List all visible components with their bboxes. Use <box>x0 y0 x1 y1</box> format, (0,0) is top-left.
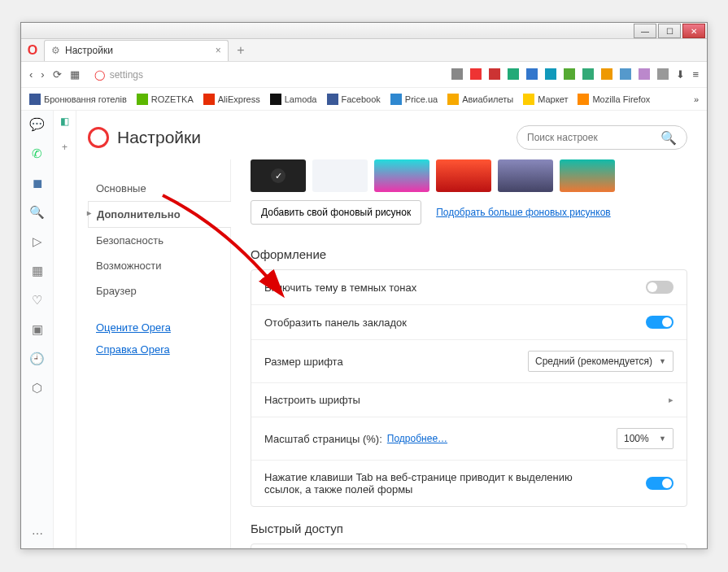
news-icon[interactable]: ▣ <box>32 322 43 337</box>
bookmark-item[interactable]: Lamoda <box>270 94 317 105</box>
extension-icon[interactable] <box>470 68 482 80</box>
appearance-card: Включить тему в темных тонах Отобразить … <box>251 269 687 507</box>
show-bookmarks-row: Отобразить панель закладок <box>251 305 687 340</box>
show-bookmarks-toggle[interactable] <box>646 316 674 329</box>
wallpaper-thumb[interactable] <box>251 159 306 192</box>
wallpaper-thumb[interactable] <box>498 159 553 192</box>
font-size-row: Размер шрифта Средний (рекомендуется) ▼ <box>251 340 687 383</box>
extension-icon[interactable] <box>601 68 612 80</box>
vk-icon[interactable]: ◼ <box>33 176 42 190</box>
history-icon[interactable]: 🕘 <box>29 351 45 366</box>
whatsapp-icon[interactable]: ✆ <box>32 146 42 161</box>
new-tab-button[interactable]: + <box>232 41 250 59</box>
left-sidebar-rail: 💬 ✆ ◼ 🔍 ▷ ▦ ♡ ▣ 🕘 ⬡ ⋯ <box>21 111 54 548</box>
search-input[interactable] <box>527 132 660 143</box>
bookmark-item[interactable]: ROZETKA <box>137 94 194 105</box>
tab-highlight-row: Нажатие клавиши Tab на веб-странице прив… <box>251 461 687 506</box>
heart-icon[interactable]: ♡ <box>32 293 42 308</box>
bookmark-item[interactable]: Маркет <box>523 94 568 105</box>
browser-window: — ☐ ✕ O ⚙ Настройки × + ‹ › ⟳ ▦ ◯ settin… <box>20 22 708 549</box>
bookmark-item[interactable]: Бронювання готелів <box>29 94 127 105</box>
extension-icon[interactable] <box>526 68 538 80</box>
bookmark-item[interactable]: Price.ua <box>390 94 438 105</box>
reload-icon[interactable]: ⟳ <box>53 68 62 81</box>
forward-icon[interactable]: › <box>41 68 44 81</box>
settings-search[interactable]: 🔍 <box>517 125 687 150</box>
settings-content: Добавить свой фоновый рисунок Подобрать … <box>231 159 707 548</box>
settings-header: Настройки 🔍 <box>76 111 707 159</box>
tab-strip: O ⚙ Настройки × + <box>21 39 707 62</box>
add-wallpaper-button[interactable]: Добавить свой фоновый рисунок <box>251 200 421 225</box>
tab-side-rail: ◧ + <box>54 111 76 548</box>
font-size-select[interactable]: Средний (рекомендуется) ▼ <box>528 351 674 372</box>
appearance-heading: Оформление <box>251 247 687 261</box>
help-opera-link[interactable]: Справка Opera <box>88 338 230 360</box>
nav-advanced[interactable]: Дополнительно <box>88 201 231 228</box>
bookmark-item[interactable]: Facebook <box>327 94 381 105</box>
wallpaper-thumb[interactable] <box>436 159 491 192</box>
rate-opera-link[interactable]: Оцените Opera <box>88 317 230 338</box>
url-text: settings <box>110 69 143 81</box>
zoom-more-link[interactable]: Подробнее… <box>387 433 447 444</box>
settings-nav: Основные Дополнительно Безопасность Возм… <box>76 159 231 548</box>
extension-icon[interactable] <box>564 68 575 80</box>
minimize-button[interactable]: — <box>634 24 656 38</box>
close-button[interactable]: ✕ <box>682 24 705 38</box>
manage-speeddial-row[interactable]: Управлять быстрым доступом ▸ <box>251 544 687 548</box>
window-titlebar: — ☐ ✕ <box>21 23 707 39</box>
opera-logo-icon <box>88 127 109 148</box>
extensions-icon[interactable]: ⬡ <box>32 381 42 395</box>
tab-close-icon[interactable]: × <box>216 45 221 56</box>
speed-dial-icon[interactable]: ▦ <box>70 68 80 81</box>
wallpaper-thumb[interactable] <box>560 159 615 192</box>
nav-browser[interactable]: Браузер <box>88 278 230 303</box>
extension-icon[interactable] <box>582 68 594 80</box>
menu-icon[interactable]: ≡ <box>692 68 699 81</box>
browser-tab[interactable]: ⚙ Настройки × <box>44 40 229 61</box>
messenger-icon[interactable]: 💬 <box>29 117 45 132</box>
extension-icon[interactable] <box>639 68 650 80</box>
extension-icon[interactable] <box>657 68 669 80</box>
toolbar-extensions: ⬇ ≡ <box>451 68 699 81</box>
more-icon[interactable]: ⋯ <box>32 527 43 540</box>
search-icon[interactable]: 🔍 <box>29 205 45 220</box>
bookmark-item[interactable]: AliExpress <box>203 94 260 105</box>
wallpaper-thumb[interactable] <box>374 159 429 192</box>
extension-icon[interactable] <box>451 68 463 80</box>
apps-icon[interactable]: ▦ <box>32 264 43 278</box>
bookmark-item[interactable]: Авиабилеты <box>447 94 513 105</box>
bookmark-item[interactable]: Mozilla Firefox <box>578 94 650 105</box>
dark-theme-toggle[interactable] <box>646 281 674 294</box>
address-bar[interactable]: ◯ settings <box>94 69 143 81</box>
chevron-down-icon: ▼ <box>659 434 666 443</box>
page-zoom-row: Масштаб страницы (%): Подробнее… 100% ▼ <box>251 417 687 461</box>
nav-features[interactable]: Возможности <box>88 253 230 278</box>
opera-menu-icon[interactable]: O <box>21 43 44 58</box>
extension-icon[interactable] <box>489 68 500 80</box>
add-panel-icon[interactable]: + <box>62 142 68 153</box>
bookmarks-overflow-icon[interactable]: » <box>694 94 699 104</box>
navigation-bar: ‹ › ⟳ ▦ ◯ settings ⬇ ≡ <box>21 62 707 88</box>
tab-highlight-toggle[interactable] <box>646 477 674 490</box>
settings-page: Настройки 🔍 Основные Дополнительно Безоп… <box>76 111 707 548</box>
bookmarks-bar: Бронювання готелів ROZETKA AliExpress La… <box>21 88 707 111</box>
translate-icon[interactable]: ◧ <box>60 116 69 127</box>
chevron-down-icon: ▼ <box>659 357 666 365</box>
maximize-button[interactable]: ☐ <box>658 24 681 38</box>
nav-security[interactable]: Безопасность <box>88 228 230 253</box>
extension-icon[interactable] <box>508 68 519 80</box>
extension-icon[interactable] <box>545 68 556 80</box>
page-title: Настройки <box>117 128 201 147</box>
page-zoom-select[interactable]: 100% ▼ <box>617 428 674 449</box>
wallpaper-thumb[interactable] <box>312 159 368 192</box>
wallpaper-actions: Добавить свой фоновый рисунок Подобрать … <box>251 200 687 225</box>
play-icon[interactable]: ▷ <box>33 234 42 249</box>
back-icon[interactable]: ‹ <box>29 68 33 81</box>
download-icon[interactable]: ⬇ <box>676 68 685 81</box>
speeddial-card: Управлять быстрым доступом ▸ <box>251 544 687 548</box>
configure-fonts-row[interactable]: Настроить шрифты ▸ <box>251 383 687 417</box>
more-wallpapers-link[interactable]: Подобрать больше фоновых рисунков <box>436 207 611 218</box>
extension-icon[interactable] <box>620 68 631 80</box>
nav-basic[interactable]: Основные <box>88 176 230 201</box>
body-area: 💬 ✆ ◼ 🔍 ▷ ▦ ♡ ▣ 🕘 ⬡ ⋯ ◧ + Настройки <box>21 111 707 548</box>
